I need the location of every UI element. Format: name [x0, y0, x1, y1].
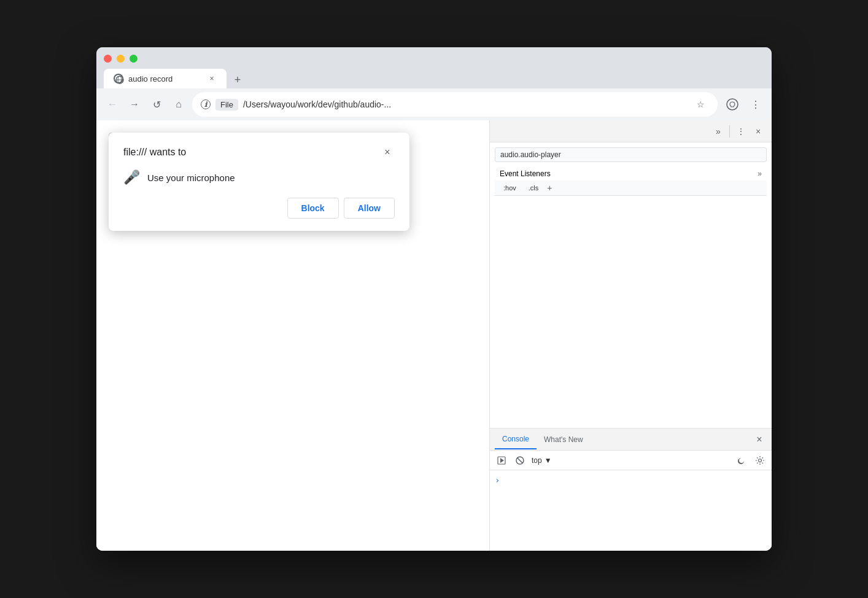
- new-tab-button[interactable]: +: [229, 71, 246, 88]
- microphone-icon: 🎤: [123, 169, 140, 185]
- minimize-window-button[interactable]: [117, 55, 125, 63]
- whats-new-tab[interactable]: What's New: [537, 430, 591, 449]
- svg-point-8: [759, 459, 762, 462]
- home-button[interactable]: ⌂: [170, 96, 187, 113]
- svg-point-3: [727, 99, 738, 110]
- block-button[interactable]: Block: [287, 198, 339, 219]
- forward-button[interactable]: →: [126, 96, 143, 113]
- devtools-close-button[interactable]: ×: [750, 123, 767, 140]
- back-button[interactable]: ←: [104, 96, 121, 113]
- browser-toolbar: ← → ↺ ⌂ ℹ File /Users/wayou/work/dev/git…: [96, 88, 772, 120]
- add-style-button[interactable]: +: [547, 183, 552, 193]
- console-tab[interactable]: Console: [495, 430, 537, 449]
- element-selector: audio.audio-player: [495, 147, 767, 162]
- console-toolbar: top ▼: [490, 451, 772, 470]
- console-block-button[interactable]: [513, 454, 527, 467]
- console-content: ›: [490, 470, 772, 551]
- tab-globe-icon: [114, 74, 123, 83]
- traffic-lights: [104, 55, 764, 63]
- event-listeners-row: Event Listeners »: [495, 167, 767, 181]
- dropdown-arrow-icon: ▼: [544, 456, 552, 465]
- cls-button[interactable]: .cls: [525, 183, 543, 193]
- popup-buttons: Block Allow: [123, 198, 395, 219]
- devtools-upper-content: audio.audio-player Event Listeners » :ho…: [490, 142, 772, 428]
- browser-menu-button[interactable]: ⋮: [747, 96, 764, 113]
- devtools-style-toolbar: :hov .cls +: [495, 181, 767, 196]
- security-info-icon[interactable]: ℹ: [201, 99, 211, 109]
- tab-title: audio record: [128, 74, 172, 83]
- devtools-tabs: » ⋮ ×: [490, 120, 772, 142]
- allow-button[interactable]: Allow: [344, 198, 395, 219]
- extensions-button[interactable]: [723, 95, 742, 114]
- devtools-lower: Console What's New ×: [490, 428, 772, 551]
- svg-marker-5: [500, 458, 504, 463]
- console-tabs: Console What's New ×: [490, 429, 772, 451]
- maximize-window-button[interactable]: [130, 55, 138, 63]
- devtools-panel: » ⋮ × audio.audio-player Event Listeners…: [489, 120, 772, 551]
- devtools-more-tabs-button[interactable]: »: [710, 123, 727, 140]
- popup-header: file:/// wants to ×: [123, 145, 395, 160]
- console-settings-button[interactable]: [753, 454, 767, 467]
- file-chip-label: File: [220, 100, 233, 109]
- popup-close-button[interactable]: ×: [380, 145, 395, 160]
- file-chip: File: [215, 99, 238, 111]
- close-window-button[interactable]: [104, 55, 112, 63]
- console-play-button[interactable]: [495, 454, 508, 467]
- console-prompt: ›: [495, 475, 500, 485]
- bookmark-star-button[interactable]: ☆: [692, 96, 709, 113]
- svg-line-7: [517, 457, 523, 463]
- refresh-button[interactable]: ↺: [148, 96, 165, 113]
- popup-permission: 🎤 Use your microphone: [123, 169, 395, 185]
- devtools-dots-button[interactable]: ⋮: [732, 123, 750, 140]
- console-filter-dropdown[interactable]: top ▼: [532, 456, 552, 465]
- browser-tab[interactable]: audio record ×: [104, 69, 227, 88]
- tab-close-button[interactable]: ×: [207, 74, 217, 83]
- address-url: /Users/wayou/work/dev/github/audio-...: [243, 99, 687, 109]
- console-moon-button[interactable]: [735, 454, 748, 467]
- event-listeners-label: Event Listeners: [500, 169, 551, 178]
- page-content: record ▶ 0:00 / 0:00 file:/// wants to ×…: [96, 120, 489, 551]
- console-close-button[interactable]: ×: [752, 432, 767, 447]
- permission-text: Use your microphone: [147, 173, 235, 183]
- address-bar[interactable]: ℹ File /Users/wayou/work/dev/github/audi…: [192, 92, 718, 117]
- devtools-divider: [729, 125, 730, 138]
- event-listeners-expand-icon[interactable]: »: [758, 169, 762, 178]
- popup-title: file:/// wants to: [123, 147, 186, 158]
- hov-button[interactable]: :hov: [500, 183, 520, 193]
- content-area: record ▶ 0:00 / 0:00 file:/// wants to ×…: [96, 120, 772, 551]
- tabs-row: audio record × +: [104, 69, 764, 88]
- browser-window: audio record × + ← → ↺ ⌂ ℹ File /Users/w…: [96, 47, 772, 551]
- title-bar: audio record × +: [96, 47, 772, 88]
- permission-popup: file:/// wants to × 🎤 Use your microphon…: [109, 133, 409, 231]
